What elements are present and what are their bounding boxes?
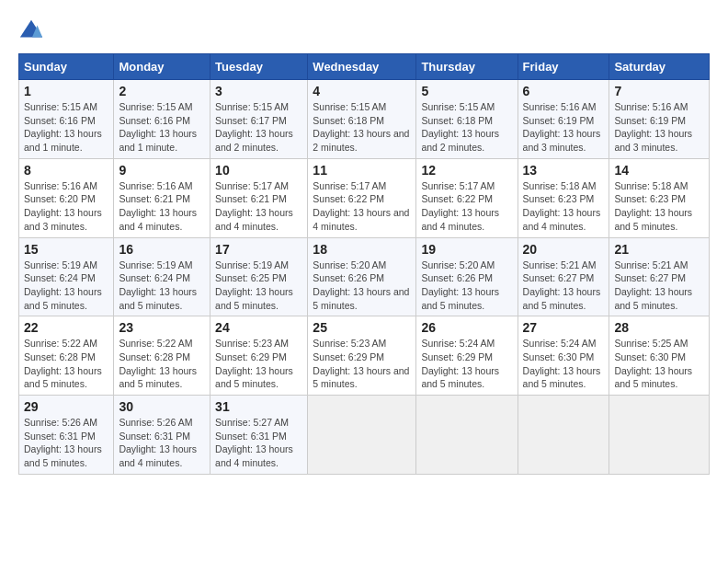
calendar-cell: 23Sunrise: 5:22 AMSunset: 6:28 PMDayligh… — [114, 316, 210, 396]
day-info: Sunrise: 5:19 AMSunset: 6:24 PMDaylight:… — [119, 259, 205, 313]
weekday-header-cell: Sunday — [19, 54, 114, 80]
calendar-cell — [609, 396, 710, 475]
calendar-cell: 31Sunrise: 5:27 AMSunset: 6:31 PMDayligh… — [210, 396, 308, 475]
day-number: 11 — [313, 163, 411, 178]
day-number: 10 — [215, 163, 302, 178]
calendar-week-row: 8Sunrise: 5:16 AMSunset: 6:20 PMDaylight… — [19, 158, 710, 237]
weekday-header-cell: Wednesday — [308, 54, 416, 80]
day-info: Sunrise: 5:17 AMSunset: 6:21 PMDaylight:… — [215, 179, 302, 234]
day-number: 21 — [614, 242, 704, 257]
day-number: 3 — [215, 84, 302, 98]
calendar-cell: 5Sunrise: 5:15 AMSunset: 6:18 PMDaylight… — [416, 80, 518, 159]
calendar-cell: 19Sunrise: 5:20 AMSunset: 6:26 PMDayligh… — [416, 237, 518, 316]
day-info: Sunrise: 5:23 AMSunset: 6:29 PMDaylight:… — [313, 337, 411, 391]
day-info: Sunrise: 5:15 AMSunset: 6:16 PMDaylight:… — [24, 100, 108, 155]
weekday-header-cell: Thursday — [416, 54, 518, 80]
weekday-header-cell: Friday — [518, 54, 609, 80]
calendar-cell: 17Sunrise: 5:19 AMSunset: 6:25 PMDayligh… — [210, 237, 308, 316]
day-number: 14 — [614, 163, 704, 178]
day-info: Sunrise: 5:21 AMSunset: 6:27 PMDaylight:… — [614, 259, 704, 313]
calendar-cell: 18Sunrise: 5:20 AMSunset: 6:26 PMDayligh… — [308, 237, 416, 316]
calendar-cell: 25Sunrise: 5:23 AMSunset: 6:29 PMDayligh… — [308, 316, 416, 396]
day-info: Sunrise: 5:17 AMSunset: 6:22 PMDaylight:… — [313, 179, 411, 234]
day-info: Sunrise: 5:18 AMSunset: 6:23 PMDaylight:… — [523, 179, 605, 234]
calendar-cell: 11Sunrise: 5:17 AMSunset: 6:22 PMDayligh… — [308, 158, 416, 237]
calendar-cell: 3Sunrise: 5:15 AMSunset: 6:17 PMDaylight… — [210, 80, 308, 159]
day-number: 1 — [24, 84, 108, 98]
logo — [18, 18, 48, 44]
day-number: 27 — [523, 320, 605, 335]
day-number: 29 — [24, 399, 108, 414]
calendar-cell: 14Sunrise: 5:18 AMSunset: 6:23 PMDayligh… — [609, 158, 710, 237]
day-number: 19 — [421, 242, 512, 257]
day-info: Sunrise: 5:25 AMSunset: 6:30 PMDaylight:… — [614, 337, 704, 391]
calendar-cell: 15Sunrise: 5:19 AMSunset: 6:24 PMDayligh… — [19, 237, 114, 316]
calendar-cell: 7Sunrise: 5:16 AMSunset: 6:19 PMDaylight… — [609, 80, 710, 159]
day-number: 15 — [24, 242, 108, 257]
calendar-cell: 12Sunrise: 5:17 AMSunset: 6:22 PMDayligh… — [416, 158, 518, 237]
day-info: Sunrise: 5:27 AMSunset: 6:31 PMDaylight:… — [215, 416, 302, 470]
weekday-header-cell: Saturday — [609, 54, 710, 80]
calendar-cell — [416, 396, 518, 475]
day-number: 12 — [421, 163, 512, 178]
calendar-cell — [308, 396, 416, 475]
day-info: Sunrise: 5:15 AMSunset: 6:17 PMDaylight:… — [215, 100, 302, 155]
day-info: Sunrise: 5:22 AMSunset: 6:28 PMDaylight:… — [119, 337, 205, 391]
day-info: Sunrise: 5:15 AMSunset: 6:18 PMDaylight:… — [421, 100, 512, 155]
day-info: Sunrise: 5:26 AMSunset: 6:31 PMDaylight:… — [119, 416, 205, 470]
calendar-cell: 10Sunrise: 5:17 AMSunset: 6:21 PMDayligh… — [210, 158, 308, 237]
calendar-table: SundayMondayTuesdayWednesdayThursdayFrid… — [18, 53, 710, 475]
weekday-header-row: SundayMondayTuesdayWednesdayThursdayFrid… — [19, 54, 710, 80]
day-number: 6 — [523, 84, 605, 98]
day-info: Sunrise: 5:18 AMSunset: 6:23 PMDaylight:… — [614, 179, 704, 234]
day-info: Sunrise: 5:17 AMSunset: 6:22 PMDaylight:… — [421, 179, 512, 234]
day-number: 18 — [313, 242, 411, 257]
calendar-cell: 13Sunrise: 5:18 AMSunset: 6:23 PMDayligh… — [518, 158, 609, 237]
day-info: Sunrise: 5:23 AMSunset: 6:29 PMDaylight:… — [215, 337, 302, 391]
day-number: 16 — [119, 242, 205, 257]
day-number: 30 — [119, 399, 205, 414]
day-info: Sunrise: 5:20 AMSunset: 6:26 PMDaylight:… — [313, 259, 411, 313]
calendar-cell: 20Sunrise: 5:21 AMSunset: 6:27 PMDayligh… — [518, 237, 609, 316]
day-info: Sunrise: 5:26 AMSunset: 6:31 PMDaylight:… — [24, 416, 108, 470]
calendar-cell: 4Sunrise: 5:15 AMSunset: 6:18 PMDaylight… — [308, 80, 416, 159]
calendar-cell: 24Sunrise: 5:23 AMSunset: 6:29 PMDayligh… — [210, 316, 308, 396]
calendar-cell: 6Sunrise: 5:16 AMSunset: 6:19 PMDaylight… — [518, 80, 609, 159]
day-number: 2 — [119, 84, 205, 98]
calendar-week-row: 15Sunrise: 5:19 AMSunset: 6:24 PMDayligh… — [19, 237, 710, 316]
day-number: 28 — [614, 320, 704, 335]
day-info: Sunrise: 5:16 AMSunset: 6:19 PMDaylight:… — [523, 100, 605, 155]
day-info: Sunrise: 5:21 AMSunset: 6:27 PMDaylight:… — [523, 259, 605, 313]
day-number: 23 — [119, 320, 205, 335]
day-number: 26 — [421, 320, 512, 335]
calendar-cell: 29Sunrise: 5:26 AMSunset: 6:31 PMDayligh… — [19, 396, 114, 475]
day-number: 17 — [215, 242, 302, 257]
day-info: Sunrise: 5:24 AMSunset: 6:29 PMDaylight:… — [421, 337, 512, 391]
day-info: Sunrise: 5:19 AMSunset: 6:25 PMDaylight:… — [215, 259, 302, 313]
calendar-cell: 1Sunrise: 5:15 AMSunset: 6:16 PMDaylight… — [19, 80, 114, 159]
calendar-cell: 30Sunrise: 5:26 AMSunset: 6:31 PMDayligh… — [114, 396, 210, 475]
day-info: Sunrise: 5:24 AMSunset: 6:30 PMDaylight:… — [523, 337, 605, 391]
page-header — [18, 18, 710, 44]
weekday-header-cell: Tuesday — [210, 54, 308, 80]
calendar-cell: 16Sunrise: 5:19 AMSunset: 6:24 PMDayligh… — [114, 237, 210, 316]
day-number: 8 — [24, 163, 108, 178]
calendar-week-row: 1Sunrise: 5:15 AMSunset: 6:16 PMDaylight… — [19, 80, 710, 159]
day-number: 31 — [215, 399, 302, 414]
day-number: 25 — [313, 320, 411, 335]
day-number: 22 — [24, 320, 108, 335]
calendar-cell: 27Sunrise: 5:24 AMSunset: 6:30 PMDayligh… — [518, 316, 609, 396]
calendar-cell: 21Sunrise: 5:21 AMSunset: 6:27 PMDayligh… — [609, 237, 710, 316]
day-number: 5 — [421, 84, 512, 98]
weekday-header-cell: Monday — [114, 54, 210, 80]
calendar-cell: 8Sunrise: 5:16 AMSunset: 6:20 PMDaylight… — [19, 158, 114, 237]
day-number: 20 — [523, 242, 605, 257]
day-info: Sunrise: 5:15 AMSunset: 6:18 PMDaylight:… — [313, 100, 411, 155]
calendar-cell — [518, 396, 609, 475]
calendar-cell: 9Sunrise: 5:16 AMSunset: 6:21 PMDaylight… — [114, 158, 210, 237]
day-number: 24 — [215, 320, 302, 335]
logo-icon — [18, 18, 44, 44]
calendar-cell: 22Sunrise: 5:22 AMSunset: 6:28 PMDayligh… — [19, 316, 114, 396]
calendar-week-row: 22Sunrise: 5:22 AMSunset: 6:28 PMDayligh… — [19, 316, 710, 396]
calendar-cell: 28Sunrise: 5:25 AMSunset: 6:30 PMDayligh… — [609, 316, 710, 396]
